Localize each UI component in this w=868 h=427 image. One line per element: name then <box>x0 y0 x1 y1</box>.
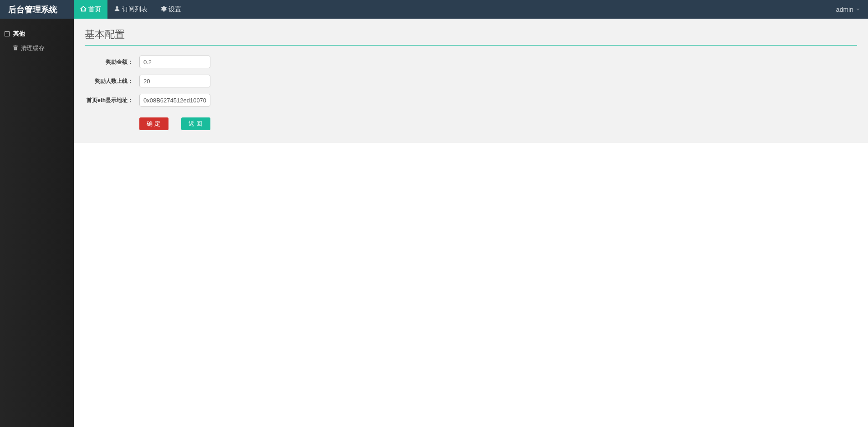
eth-address-input[interactable] <box>139 94 210 107</box>
header-left: 后台管理系统 首页 订阅列表 设置 <box>0 0 188 19</box>
content-wrap: 基本配置 奖励金额： 奖励人数上线： 首页eth显示地址： 确定 返回 <box>74 19 868 427</box>
form-row-reward-amount: 奖励金额： <box>85 56 857 68</box>
nav-subscription[interactable]: 订阅列表 <box>107 0 154 19</box>
reward-limit-input[interactable] <box>139 75 210 87</box>
trash-icon <box>13 45 18 52</box>
sidebar-item-label: 清理缓存 <box>21 44 45 52</box>
user-name: admin <box>836 6 853 13</box>
nav-home[interactable]: 首页 <box>74 0 107 19</box>
header: 后台管理系统 首页 订阅列表 设置 admin <box>0 0 868 19</box>
home-icon <box>80 5 87 13</box>
content: 基本配置 奖励金额： 奖励人数上线： 首页eth显示地址： 确定 返回 <box>74 19 868 143</box>
reward-amount-input[interactable] <box>139 56 210 68</box>
user-menu[interactable]: admin <box>828 6 868 13</box>
sidebar-item-clear-cache[interactable]: 清理缓存 <box>0 41 74 56</box>
back-button[interactable]: 返回 <box>181 117 210 130</box>
form-row-reward-limit: 奖励人数上线： <box>85 75 857 87</box>
gear-icon <box>160 5 167 13</box>
form-row-eth-address: 首页eth显示地址： <box>85 94 857 107</box>
confirm-button[interactable]: 确定 <box>139 117 168 130</box>
page-title: 基本配置 <box>85 28 857 46</box>
brand: 后台管理系统 <box>0 0 74 19</box>
button-row: 确定 返回 <box>85 117 857 130</box>
user-icon <box>114 5 120 13</box>
sidebar-group-other[interactable]: 其他 <box>0 27 74 41</box>
reward-amount-label: 奖励金额： <box>85 58 139 66</box>
sidebar: 其他 清理缓存 <box>0 19 74 427</box>
eth-address-label: 首页eth显示地址： <box>85 97 139 104</box>
chevron-down-icon <box>856 9 860 10</box>
nav-subscription-label: 订阅列表 <box>122 5 148 14</box>
sidebar-group-label: 其他 <box>13 30 25 38</box>
container: 其他 清理缓存 基本配置 奖励金额： 奖励人数上线： 首页eth显示地址： <box>0 19 868 427</box>
nav-home-label: 首页 <box>88 5 101 14</box>
nav-settings-label: 设置 <box>168 5 181 14</box>
nav-settings[interactable]: 设置 <box>154 0 188 19</box>
reward-limit-label: 奖励人数上线： <box>85 77 139 85</box>
minus-square-icon <box>5 31 10 36</box>
